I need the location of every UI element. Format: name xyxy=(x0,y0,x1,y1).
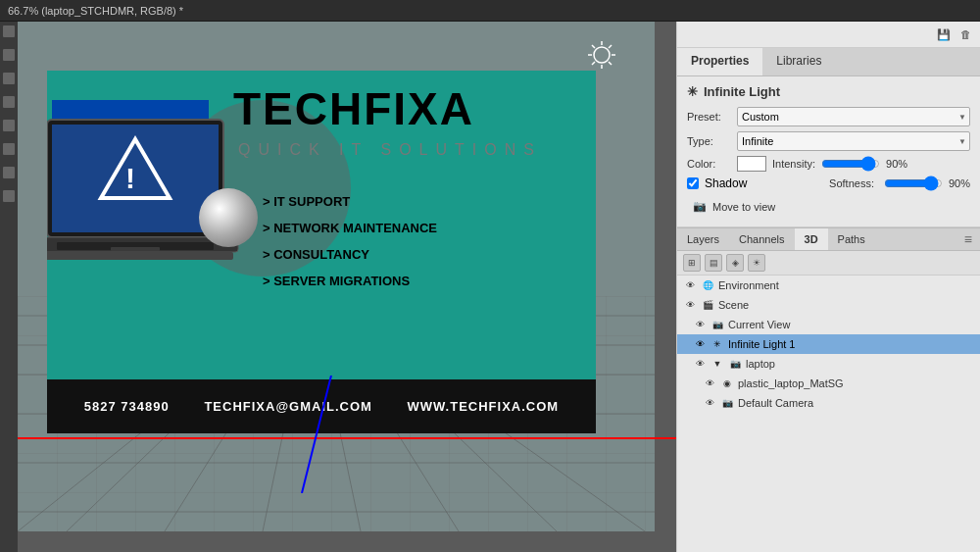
tool-8[interactable] xyxy=(3,190,15,202)
eye-icon-default-camera[interactable]: 👁 xyxy=(703,396,716,410)
tool-2[interactable] xyxy=(3,49,15,61)
tagline-text: QUICK IT SOLUTIONS xyxy=(238,141,542,159)
filter-icon[interactable]: ⊞ xyxy=(683,254,701,272)
folder-icon-laptop: 📷 xyxy=(728,357,742,371)
tab-paths[interactable]: Paths xyxy=(828,228,875,250)
services-list: > IT SUPPORT > NETWORK MAINTENANCE > CON… xyxy=(263,188,437,294)
properties-section: ✳ Infinite Light Preset: Custom ▼ Type: xyxy=(677,76,980,227)
layer-name-infinite-light: Infinite Light 1 xyxy=(728,338,974,350)
intensity-slider[interactable] xyxy=(821,157,880,171)
svg-line-23 xyxy=(302,376,331,493)
eye-icon-scene[interactable]: 👁 xyxy=(683,298,697,312)
scene-icon[interactable]: ◈ xyxy=(726,254,744,272)
save-icon[interactable]: 💾 xyxy=(935,25,953,43)
softness-label: Softness: xyxy=(829,177,874,189)
tool-7[interactable] xyxy=(3,167,15,178)
blue-axis-svg xyxy=(282,376,361,493)
phone-text: 5827 734890 xyxy=(84,399,170,414)
sun-indicator xyxy=(586,39,617,75)
sun-light-icon: ✳ xyxy=(687,84,698,99)
light-title: ✳ Infinite Light xyxy=(687,84,970,99)
top-bar: 66.7% (laptop_STCHDMR, RGB/8) * xyxy=(0,0,980,22)
svg-line-30 xyxy=(609,62,612,65)
tab-channels[interactable]: Channels xyxy=(729,228,794,250)
svg-text:!: ! xyxy=(125,162,135,194)
type-icon-material: ◉ xyxy=(720,376,734,390)
layers-panel: Layers Channels 3D Paths ≡ ⊞ ▤ ◈ ☀ 👁 🌐 E… xyxy=(677,227,980,552)
softness-slider[interactable] xyxy=(884,176,943,190)
svg-line-29 xyxy=(592,45,595,48)
type-icon-scene: 🎬 xyxy=(701,298,714,312)
layer-item-infinite-light[interactable]: 👁 ✳ Infinite Light 1 xyxy=(677,334,980,354)
light-tool-icon[interactable]: ☀ xyxy=(748,254,765,272)
eye-icon-current-view[interactable]: 👁 xyxy=(693,318,707,331)
type-row: Type: Infinite ▼ xyxy=(687,131,970,151)
layer-item-material[interactable]: 👁 ◉ plastic_laptop_MatSG xyxy=(677,374,980,393)
softness-value: 90% xyxy=(949,177,970,189)
service-4: > SERVER MIGRATIONS xyxy=(263,268,437,294)
eye-icon-environment[interactable]: 👁 xyxy=(683,278,697,292)
tab-libraries[interactable]: Libraries xyxy=(762,48,835,75)
properties-tabs: Properties Libraries xyxy=(677,48,980,76)
color-label: Color: xyxy=(687,158,731,170)
layers-menu-icon[interactable]: ≡ xyxy=(956,231,980,247)
svg-line-32 xyxy=(592,62,595,65)
right-panel: 💾 🗑 Properties Libraries ✳ Infinite Ligh… xyxy=(676,22,980,552)
layer-item-default-camera[interactable]: 👁 📷 Default Camera xyxy=(677,393,980,413)
preset-select[interactable]: Custom xyxy=(737,107,970,126)
intensity-label: Intensity: xyxy=(772,158,815,170)
left-narrow-tools xyxy=(0,22,18,552)
tool-1[interactable] xyxy=(3,25,15,37)
type-icon-current-view: 📷 xyxy=(710,318,724,331)
layer-item-current-view[interactable]: 👁 📷 Current View xyxy=(677,315,980,334)
layer-name-default-camera: Default Camera xyxy=(738,397,974,409)
shadow-row: Shadow Softness: 90% xyxy=(687,176,970,190)
eye-icon-infinite-light[interactable]: 👁 xyxy=(693,337,707,351)
shadow-label: Shadow xyxy=(705,176,747,190)
layer-name-material: plastic_laptop_MatSG xyxy=(738,377,974,389)
layer-name-scene: Scene xyxy=(718,299,974,311)
layer-item-environment[interactable]: 👁 🌐 Environment xyxy=(677,276,980,295)
svg-line-31 xyxy=(609,45,612,48)
svg-point-24 xyxy=(594,47,610,63)
type-icon-default-camera: 📷 xyxy=(720,396,734,410)
trash-icon[interactable]: 🗑 xyxy=(956,25,974,43)
svg-rect-22 xyxy=(111,247,160,251)
type-select[interactable]: Infinite xyxy=(737,131,970,151)
type-icon-environment: 🌐 xyxy=(701,278,714,292)
sphere xyxy=(199,188,258,247)
move-to-view-button[interactable]: 📷 Move to view xyxy=(687,194,781,219)
tool-3[interactable] xyxy=(3,73,15,84)
layer-item-scene[interactable]: 👁 🎬 Scene xyxy=(677,295,980,315)
layer-item-laptop[interactable]: 👁 ▼ 📷 laptop xyxy=(677,354,980,374)
panel-top-icons: 💾 🗑 xyxy=(677,22,980,48)
preset-select-wrapper: Custom ▼ xyxy=(737,107,970,126)
layer-tabs: Layers Channels 3D Paths ≡ xyxy=(677,228,980,251)
tab-layers[interactable]: Layers xyxy=(677,228,729,250)
tab-properties[interactable]: Properties xyxy=(677,48,762,75)
camera-icon: 📷 xyxy=(693,200,707,213)
type-label: Type: xyxy=(687,135,731,147)
tool-5[interactable] xyxy=(3,120,15,131)
preset-label: Preset: xyxy=(687,111,731,123)
color-swatch[interactable] xyxy=(737,156,766,172)
tool-6[interactable] xyxy=(3,143,15,155)
file-title: 66.7% (laptop_STCHDMR, RGB/8) * xyxy=(8,5,183,17)
eye-icon-material[interactable]: 👁 xyxy=(703,376,716,390)
brand-text: TECHFIXA xyxy=(233,82,474,135)
preset-row: Preset: Custom ▼ xyxy=(687,107,970,126)
tool-4[interactable] xyxy=(3,96,15,108)
eye-icon-laptop[interactable]: 👁 xyxy=(693,357,707,371)
type-icon-infinite-light: ✳ xyxy=(710,337,724,351)
intensity-value: 90% xyxy=(886,158,907,170)
tab-3d[interactable]: 3D xyxy=(795,228,828,250)
canvas-area: ! TECHFIXA QUICK IT SOLUTIONS > IT SUPPO… xyxy=(18,22,676,552)
intensity-row: Intensity: 90% xyxy=(772,157,970,171)
service-1: > IT SUPPORT xyxy=(263,188,437,215)
grid-icon[interactable]: ▤ xyxy=(705,254,722,272)
layer-toolbar: ⊞ ▤ ◈ ☀ xyxy=(677,251,980,276)
layer-name-environment: Environment xyxy=(718,279,974,291)
shadow-checkbox[interactable] xyxy=(687,177,699,189)
type-icon-laptop: ▼ xyxy=(710,357,724,371)
color-intensity-row: Color: Intensity: 90% xyxy=(687,156,970,172)
